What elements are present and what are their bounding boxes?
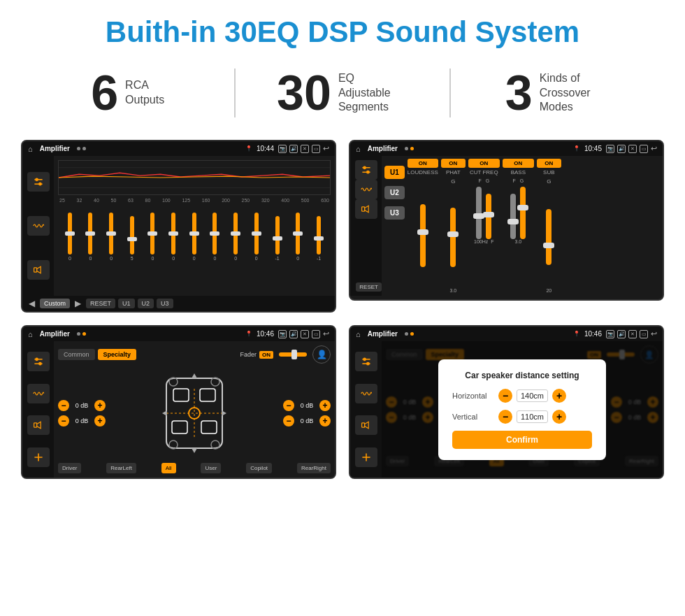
f-db1-plus[interactable]: +: [94, 400, 106, 411]
back-icon[interactable]: ↩: [323, 144, 329, 153]
f-tabs: Common Specialty Fader ON 👤: [58, 345, 331, 364]
f-db4-plus[interactable]: +: [319, 415, 331, 427]
d-filter-btn[interactable]: [355, 352, 377, 371]
home-icon[interactable]: ⌂: [28, 145, 33, 153]
vertical-value: 110cm: [517, 410, 548, 423]
f-user-btn[interactable]: User: [201, 463, 221, 473]
cx-sub-on[interactable]: ON: [537, 159, 561, 168]
f-db3-plus[interactable]: +: [319, 400, 331, 411]
cx-phat-on[interactable]: ON: [441, 159, 466, 168]
eq-slider-12[interactable]: -1: [317, 216, 321, 261]
cx-cutfreq-on[interactable]: ON: [468, 159, 500, 168]
f-title: Amplifier: [40, 330, 70, 338]
distance-screen: ⌂ Amplifier 📍 10:46 📷 🔊 ✕ ▭ ↩: [349, 325, 664, 479]
eq-slider-4[interactable]: 0: [150, 213, 154, 261]
cx-u2-btn[interactable]: U2: [384, 186, 405, 199]
f-db2-val: 0 dB: [72, 417, 92, 424]
eq-slider-6[interactable]: 0: [192, 213, 196, 261]
f-volume-icon: 🔊: [289, 330, 298, 338]
eq-slider-5[interactable]: 0: [171, 213, 175, 261]
eq-slider-9[interactable]: 0: [254, 213, 259, 261]
f-person-icon[interactable]: 👤: [312, 345, 331, 364]
stat-text-eq: EQ Adjustable Segments: [338, 71, 408, 115]
f-db2-plus[interactable]: +: [94, 415, 106, 427]
f-wave-btn[interactable]: [27, 384, 50, 403]
cx-loudness-slider[interactable]: [408, 178, 438, 293]
f-on-badge[interactable]: ON: [259, 351, 273, 359]
f-db3-minus[interactable]: −: [283, 400, 294, 411]
home-icon-cx[interactable]: ⌂: [356, 145, 361, 153]
f-filter-btn[interactable]: [27, 352, 50, 371]
eq-slider-7[interactable]: 0: [212, 213, 217, 261]
eq-slider-10[interactable]: -1: [275, 216, 279, 261]
confirm-button[interactable]: Confirm: [452, 431, 592, 449]
cx-sidebar: RESET: [350, 156, 382, 296]
eq-u3-btn[interactable]: U3: [157, 299, 173, 308]
f-tab-specialty[interactable]: Specialty: [98, 349, 137, 360]
cx-bass-on[interactable]: ON: [503, 159, 534, 168]
cx-phat-slider[interactable]: [441, 186, 466, 288]
stat-divider-1: [234, 69, 236, 117]
eq-slider-3[interactable]: 5: [130, 216, 134, 261]
f-fader-label: Fader: [240, 351, 257, 358]
f-db4-ctrl: − 0 dB +: [283, 415, 331, 427]
f-tab-common[interactable]: Common: [58, 349, 95, 360]
cx-loudness-on[interactable]: ON: [408, 159, 438, 168]
vertical-plus[interactable]: +: [552, 410, 566, 424]
eq-slider-8[interactable]: 0: [233, 213, 238, 261]
d-x-icon: ✕: [628, 330, 637, 338]
f-arrows-btn[interactable]: [27, 447, 50, 467]
f-all-btn[interactable]: All: [161, 463, 176, 473]
cx-back-icon[interactable]: ↩: [651, 144, 657, 153]
eq-u2-btn[interactable]: U2: [138, 299, 154, 308]
d-speaker-btn[interactable]: [355, 415, 377, 435]
f-back-icon[interactable]: ↩: [323, 329, 329, 338]
eq-reset-btn[interactable]: RESET: [86, 299, 115, 308]
d-wave-btn[interactable]: [355, 384, 377, 403]
home-icon-f[interactable]: ⌂: [28, 330, 33, 338]
f-db2-minus[interactable]: −: [58, 415, 69, 427]
cx-u1-btn[interactable]: U1: [384, 166, 405, 179]
f-window-icon: ▭: [312, 330, 320, 338]
eq-prev-arrow[interactable]: ◀: [27, 299, 37, 308]
stat-rca: 6 RCA Outputs: [28, 69, 227, 117]
f-loc-icon: 📍: [245, 331, 252, 337]
cx-reset-bottom[interactable]: RESET: [356, 282, 382, 292]
eq-slider-11[interactable]: 0: [296, 213, 300, 261]
modal-title: Car speaker distance setting: [452, 371, 592, 380]
eq-wave-btn[interactable]: [27, 216, 50, 236]
f-speaker-btn[interactable]: [27, 415, 50, 435]
eq-slider-1[interactable]: 0: [88, 213, 92, 261]
d-back-icon[interactable]: ↩: [651, 329, 657, 338]
eq-sliders: 0 0 0 5 0 0 0 0 0 0 -1 0 -1: [58, 205, 331, 261]
eq-slider-2[interactable]: 0: [109, 213, 113, 261]
cx-filter-btn[interactable]: [355, 160, 377, 180]
f-db3-val: 0 dB: [297, 402, 317, 409]
horizontal-plus[interactable]: +: [552, 389, 566, 403]
f-copilot-btn[interactable]: Copilot: [246, 463, 272, 473]
svg-rect-20: [173, 389, 189, 401]
d-arrows-btn[interactable]: [355, 447, 377, 467]
cx-u3-btn[interactable]: U3: [384, 206, 405, 220]
f-rearleft-btn[interactable]: RearLeft: [106, 463, 136, 473]
cx-speaker-btn[interactable]: [355, 199, 377, 219]
vertical-minus[interactable]: −: [498, 410, 512, 424]
horizontal-minus[interactable]: −: [498, 389, 512, 403]
eq-next-arrow[interactable]: ▶: [73, 299, 83, 308]
stat-text-rca: RCA Outputs: [125, 78, 164, 108]
cx-wave-btn[interactable]: [355, 180, 377, 199]
f-rearright-btn[interactable]: RearRight: [297, 463, 331, 473]
eq-filter-btn[interactable]: [27, 172, 50, 192]
f-db1-minus[interactable]: −: [58, 400, 69, 411]
f-db4-minus[interactable]: −: [283, 415, 294, 427]
cx-bass: ON BASS FG 3.0: [503, 159, 534, 293]
eq-u1-btn[interactable]: U1: [118, 299, 135, 308]
eq-slider-0[interactable]: 0: [68, 213, 72, 261]
f-driver-btn[interactable]: Driver: [58, 463, 81, 473]
eq-speaker-btn[interactable]: [27, 260, 50, 280]
cx-sub-slider[interactable]: [537, 186, 561, 288]
f-db1-val: 0 dB: [72, 402, 92, 409]
home-icon-d[interactable]: ⌂: [356, 330, 361, 338]
d-sidebar: [350, 341, 382, 478]
svg-point-10: [363, 166, 366, 169]
